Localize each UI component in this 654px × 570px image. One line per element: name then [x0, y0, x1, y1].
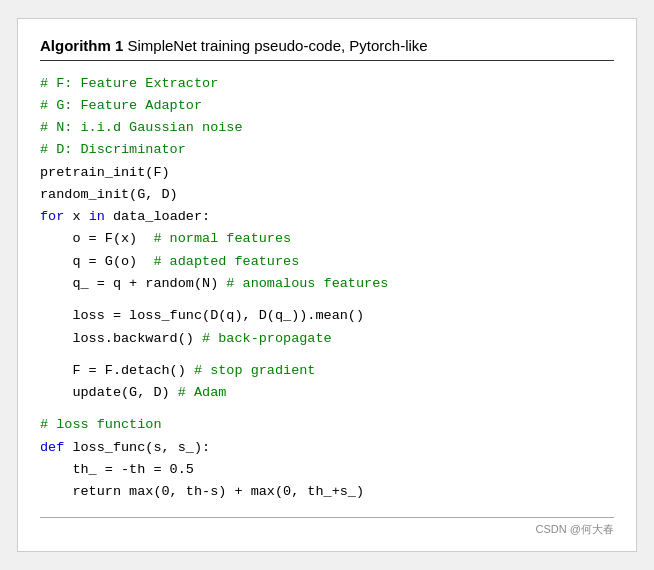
code-line: update(G, D) # Adam — [40, 382, 614, 404]
code-line: q = G(o) # adapted features — [40, 251, 614, 273]
code-line: random_init(G, D) — [40, 184, 614, 206]
code-line: # D: Discriminator — [40, 139, 614, 161]
code-block: # F: Feature Extractor # G: Feature Adap… — [40, 73, 614, 504]
spacer — [40, 350, 614, 360]
code-line: th_ = -th = 0.5 — [40, 459, 614, 481]
algorithm-title-text: SimpleNet training pseudo-code, Pytorch-… — [123, 37, 427, 54]
algorithm-card: Algorithm 1 SimpleNet training pseudo-co… — [17, 18, 637, 553]
algorithm-label: Algorithm 1 — [40, 37, 123, 54]
spacer — [40, 404, 614, 414]
code-line: def loss_func(s, s_): — [40, 437, 614, 459]
code-line: for x in data_loader: — [40, 206, 614, 228]
watermark: CSDN @何大春 — [40, 522, 614, 537]
code-line: pretrain_init(F) — [40, 162, 614, 184]
code-line: F = F.detach() # stop gradient — [40, 360, 614, 382]
code-line: # F: Feature Extractor — [40, 73, 614, 95]
code-line: o = F(x) # normal features — [40, 228, 614, 250]
divider — [40, 517, 614, 518]
code-line: # loss function — [40, 414, 614, 436]
code-line: # N: i.i.d Gaussian noise — [40, 117, 614, 139]
code-line: return max(0, th-s) + max(0, th_+s_) — [40, 481, 614, 503]
algorithm-title: Algorithm 1 SimpleNet training pseudo-co… — [40, 37, 614, 61]
code-line: loss = loss_func(D(q), D(q_)).mean() — [40, 305, 614, 327]
spacer — [40, 295, 614, 305]
code-line: q_ = q + random(N) # anomalous features — [40, 273, 614, 295]
code-line: loss.backward() # back-propagate — [40, 328, 614, 350]
code-line: # G: Feature Adaptor — [40, 95, 614, 117]
